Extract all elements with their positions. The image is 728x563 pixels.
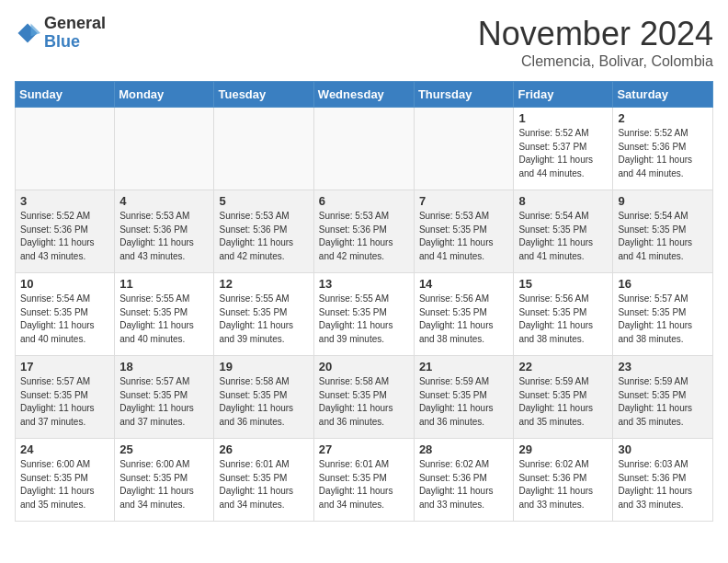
day-number: 29 <box>518 442 608 456</box>
day-info: Sunrise: 5:55 AM Sunset: 5:35 PM Dayligh… <box>119 293 209 346</box>
calendar-cell: 1Sunrise: 5:52 AM Sunset: 5:37 PM Daylig… <box>514 108 613 190</box>
day-info: Sunrise: 5:57 AM Sunset: 5:35 PM Dayligh… <box>119 375 209 429</box>
logo: General Blue <box>15 15 106 52</box>
day-number: 5 <box>219 194 308 208</box>
calendar-cell <box>115 108 214 190</box>
calendar-cell: 26Sunrise: 6:01 AM Sunset: 5:35 PM Dayli… <box>214 439 313 522</box>
day-number: 26 <box>219 442 308 456</box>
calendar-week-5: 24Sunrise: 6:00 AM Sunset: 5:35 PM Dayli… <box>16 439 713 522</box>
calendar-cell: 28Sunrise: 6:02 AM Sunset: 5:36 PM Dayli… <box>414 439 514 522</box>
day-info: Sunrise: 5:54 AM Sunset: 5:35 PM Dayligh… <box>20 293 109 346</box>
calendar-table: SundayMondayTuesdayWednesdayThursdayFrid… <box>15 81 713 522</box>
calendar-cell <box>16 108 115 190</box>
day-info: Sunrise: 5:53 AM Sunset: 5:36 PM Dayligh… <box>319 210 409 263</box>
day-number: 10 <box>20 277 109 291</box>
calendar-cell: 12Sunrise: 5:55 AM Sunset: 5:35 PM Dayli… <box>214 273 313 356</box>
day-info: Sunrise: 5:52 AM Sunset: 5:36 PM Dayligh… <box>20 210 109 263</box>
day-info: Sunrise: 5:52 AM Sunset: 5:37 PM Dayligh… <box>518 127 608 180</box>
day-number: 25 <box>119 442 209 456</box>
title-block: November 2024 Clemencia, Bolivar, Colomb… <box>478 15 713 70</box>
calendar-cell: 19Sunrise: 5:58 AM Sunset: 5:35 PM Dayli… <box>214 356 313 439</box>
calendar-cell: 4Sunrise: 5:53 AM Sunset: 5:36 PM Daylig… <box>115 190 214 273</box>
calendar-cell: 25Sunrise: 6:00 AM Sunset: 5:35 PM Dayli… <box>115 439 214 522</box>
calendar-week-4: 17Sunrise: 5:57 AM Sunset: 5:35 PM Dayli… <box>16 356 713 439</box>
calendar-week-2: 3Sunrise: 5:52 AM Sunset: 5:36 PM Daylig… <box>16 190 713 273</box>
day-number: 8 <box>518 194 608 208</box>
calendar-cell: 16Sunrise: 5:57 AM Sunset: 5:35 PM Dayli… <box>613 273 713 356</box>
day-info: Sunrise: 5:52 AM Sunset: 5:36 PM Dayligh… <box>618 127 708 180</box>
day-number: 23 <box>618 360 708 373</box>
column-header-thursday: Thursday <box>414 82 514 108</box>
day-number: 28 <box>419 442 509 456</box>
calendar-week-1: 1Sunrise: 5:52 AM Sunset: 5:37 PM Daylig… <box>16 108 713 190</box>
calendar-cell: 7Sunrise: 5:53 AM Sunset: 5:35 PM Daylig… <box>414 190 514 273</box>
month-title: November 2024 <box>478 15 713 53</box>
day-info: Sunrise: 5:53 AM Sunset: 5:36 PM Dayligh… <box>119 210 209 263</box>
day-number: 19 <box>219 360 308 373</box>
calendar-cell: 22Sunrise: 5:59 AM Sunset: 5:35 PM Dayli… <box>514 356 613 439</box>
column-header-monday: Monday <box>115 82 214 108</box>
calendar-cell <box>414 108 514 190</box>
column-header-tuesday: Tuesday <box>214 82 313 108</box>
day-number: 9 <box>618 194 708 208</box>
calendar-cell: 10Sunrise: 5:54 AM Sunset: 5:35 PM Dayli… <box>16 273 115 356</box>
calendar-cell: 27Sunrise: 6:01 AM Sunset: 5:35 PM Dayli… <box>313 439 414 522</box>
calendar-body: 1Sunrise: 5:52 AM Sunset: 5:37 PM Daylig… <box>16 108 713 522</box>
day-info: Sunrise: 5:59 AM Sunset: 5:35 PM Dayligh… <box>518 375 608 429</box>
day-info: Sunrise: 5:55 AM Sunset: 5:35 PM Dayligh… <box>319 293 409 346</box>
day-info: Sunrise: 5:58 AM Sunset: 5:35 PM Dayligh… <box>319 375 409 429</box>
day-info: Sunrise: 6:01 AM Sunset: 5:35 PM Dayligh… <box>319 458 409 511</box>
day-number: 24 <box>20 442 109 456</box>
day-number: 13 <box>319 277 409 291</box>
calendar-cell: 18Sunrise: 5:57 AM Sunset: 5:35 PM Dayli… <box>115 356 214 439</box>
column-header-saturday: Saturday <box>613 82 713 108</box>
calendar-cell: 30Sunrise: 6:03 AM Sunset: 5:36 PM Dayli… <box>613 439 713 522</box>
location: Clemencia, Bolivar, Colombia <box>478 53 713 70</box>
day-info: Sunrise: 5:54 AM Sunset: 5:35 PM Dayligh… <box>518 210 608 263</box>
calendar-cell: 29Sunrise: 6:02 AM Sunset: 5:36 PM Dayli… <box>514 439 613 522</box>
calendar-cell: 13Sunrise: 5:55 AM Sunset: 5:35 PM Dayli… <box>313 273 414 356</box>
day-info: Sunrise: 5:57 AM Sunset: 5:35 PM Dayligh… <box>618 293 708 346</box>
day-number: 12 <box>219 277 308 291</box>
calendar-cell: 24Sunrise: 6:00 AM Sunset: 5:35 PM Dayli… <box>16 439 115 522</box>
day-info: Sunrise: 5:59 AM Sunset: 5:35 PM Dayligh… <box>419 375 509 429</box>
calendar-cell: 9Sunrise: 5:54 AM Sunset: 5:35 PM Daylig… <box>613 190 713 273</box>
calendar-cell: 6Sunrise: 5:53 AM Sunset: 5:36 PM Daylig… <box>313 190 414 273</box>
day-number: 21 <box>419 360 509 373</box>
calendar-cell: 2Sunrise: 5:52 AM Sunset: 5:36 PM Daylig… <box>613 108 713 190</box>
day-info: Sunrise: 5:55 AM Sunset: 5:35 PM Dayligh… <box>219 293 308 346</box>
day-number: 14 <box>419 277 509 291</box>
column-header-sunday: Sunday <box>16 82 115 108</box>
calendar-cell: 3Sunrise: 5:52 AM Sunset: 5:36 PM Daylig… <box>16 190 115 273</box>
day-number: 11 <box>119 277 209 291</box>
day-number: 6 <box>319 194 409 208</box>
calendar-week-3: 10Sunrise: 5:54 AM Sunset: 5:35 PM Dayli… <box>16 273 713 356</box>
calendar-header: SundayMondayTuesdayWednesdayThursdayFrid… <box>16 82 713 108</box>
calendar-cell: 23Sunrise: 5:59 AM Sunset: 5:35 PM Dayli… <box>613 356 713 439</box>
logo-general-text: General <box>44 14 106 32</box>
day-info: Sunrise: 6:02 AM Sunset: 5:36 PM Dayligh… <box>419 458 509 511</box>
calendar-cell: 15Sunrise: 5:56 AM Sunset: 5:35 PM Dayli… <box>514 273 613 356</box>
day-number: 27 <box>319 442 409 456</box>
day-number: 7 <box>419 194 509 208</box>
calendar-cell: 5Sunrise: 5:53 AM Sunset: 5:36 PM Daylig… <box>214 190 313 273</box>
day-info: Sunrise: 6:01 AM Sunset: 5:35 PM Dayligh… <box>219 458 308 511</box>
calendar-cell: 17Sunrise: 5:57 AM Sunset: 5:35 PM Dayli… <box>16 356 115 439</box>
day-number: 4 <box>119 194 209 208</box>
day-number: 16 <box>618 277 708 291</box>
calendar-cell <box>313 108 414 190</box>
calendar-cell: 8Sunrise: 5:54 AM Sunset: 5:35 PM Daylig… <box>514 190 613 273</box>
day-number: 18 <box>119 360 209 373</box>
calendar-cell: 21Sunrise: 5:59 AM Sunset: 5:35 PM Dayli… <box>414 356 514 439</box>
page-header: General Blue November 2024 Clemencia, Bo… <box>15 15 713 70</box>
day-info: Sunrise: 5:53 AM Sunset: 5:35 PM Dayligh… <box>419 210 509 263</box>
day-info: Sunrise: 5:56 AM Sunset: 5:35 PM Dayligh… <box>518 293 608 346</box>
header-row: SundayMondayTuesdayWednesdayThursdayFrid… <box>16 82 713 108</box>
logo-blue-text: Blue <box>44 32 80 51</box>
day-info: Sunrise: 5:56 AM Sunset: 5:35 PM Dayligh… <box>419 293 509 346</box>
day-info: Sunrise: 5:59 AM Sunset: 5:35 PM Dayligh… <box>618 375 708 429</box>
day-info: Sunrise: 6:03 AM Sunset: 5:36 PM Dayligh… <box>618 458 708 511</box>
day-info: Sunrise: 5:58 AM Sunset: 5:35 PM Dayligh… <box>219 375 308 429</box>
day-number: 15 <box>518 277 608 291</box>
day-number: 17 <box>20 360 109 373</box>
